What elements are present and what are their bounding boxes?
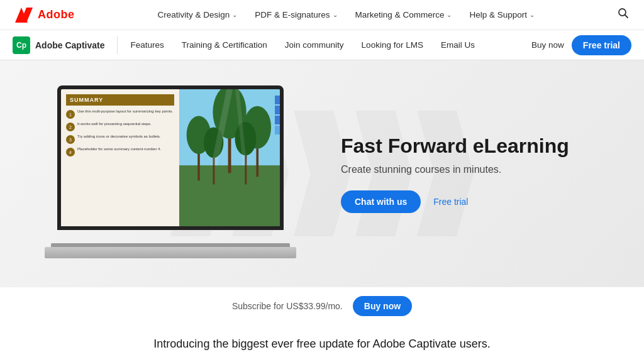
screen-item-1: 1 Use this multi-purpose layout for summ… [66,109,174,119]
chevron-down-icon: ⌄ [333,11,338,18]
laptop-screen: SUMMARY 1 Use this multi-purpose layout … [57,85,284,230]
chat-with-us-button[interactable]: Chat with us [341,190,421,213]
hero-section: SUMMARY 1 Use this multi-purpose layout … [0,60,644,287]
sec-nav-link-community[interactable]: Join community [277,30,352,60]
screen-sidebar-tabs [275,96,280,134]
secondary-navigation: Cp Adobe Captivate Features Training & C… [0,30,644,60]
sec-nav-right: Buy now Free trial [531,35,631,55]
nav-item-creativity[interactable]: Creativity & Design ⌄ [158,10,238,19]
screen-item-3: 3 Try adding icons or decorative symbols… [66,134,174,144]
laptop-base [45,247,296,258]
nav-link-marketing[interactable]: Marketing & Commerce ⌄ [355,10,452,19]
screen-left-panel: SUMMARY 1 Use this multi-purpose layout … [61,89,179,226]
hero-cta: Chat with us Free trial [341,190,606,213]
adobe-logo-icon [15,8,33,23]
hero-title: Fast Forward eLearning [341,134,606,158]
sec-nav-links: Features Training & Certification Join c… [123,30,531,60]
intro-text: Introducing the biggest ever free update… [0,325,644,356]
hero-text-area: Fast Forward eLearning Create stunning c… [303,134,644,213]
sec-nav-link-email[interactable]: Email Us [433,30,482,60]
screen-summary-title: SUMMARY [66,94,174,106]
top-navigation: Adobe Creativity & Design ⌄ PDF & E-sign… [0,0,644,30]
buy-now-link[interactable]: Buy now [531,40,564,50]
svg-line-3 [625,15,628,18]
sec-nav-item-features[interactable]: Features [123,30,171,60]
sec-nav-item-training[interactable]: Training & Certification [174,30,275,60]
nav-item-marketing[interactable]: Marketing & Commerce ⌄ [355,10,452,19]
product-brand: Cp Adobe Captivate [13,36,118,54]
nav-link-help[interactable]: Help & Support ⌄ [469,10,535,19]
product-name: Adobe Captivate [35,40,104,50]
screen-item-4: 4 Placeholder for some summary content n… [66,147,174,156]
chevron-down-icon: ⌄ [530,11,535,18]
sec-nav-item-lms[interactable]: Looking for LMS [354,30,431,60]
subscribe-text: Subscribe for US$33.99/mo. [232,301,343,311]
captivate-product-icon: Cp [13,36,30,54]
sec-nav-link-lms[interactable]: Looking for LMS [354,30,431,60]
adobe-wordmark: Adobe [38,8,75,21]
screen-forest-bg [179,89,280,226]
free-trial-button[interactable]: Free trial [572,35,631,55]
svg-rect-5 [179,165,280,226]
sec-nav-item-community[interactable]: Join community [277,30,352,60]
svg-point-15 [235,122,256,155]
sec-nav-link-features[interactable]: Features [123,30,171,60]
subscribe-bar: Subscribe for US$33.99/mo. Buy now [0,287,644,325]
logo-area[interactable]: Adobe [15,8,75,23]
top-nav-links: Creativity & Design ⌄ PDF & E-signatures… [158,10,535,19]
search-icon[interactable] [618,8,629,22]
laptop-illustration: SUMMARY 1 Use this multi-purpose layout … [45,79,296,268]
chevron-down-icon: ⌄ [447,11,452,18]
hero-free-trial-link[interactable]: Free trial [433,197,468,207]
hero-subtitle: Create stunning courses in minutes. [341,164,606,175]
nav-link-pdf[interactable]: PDF & E-signatures ⌄ [255,10,337,19]
hero-laptop-area: SUMMARY 1 Use this multi-purpose layout … [0,79,303,268]
nav-item-pdf[interactable]: PDF & E-signatures ⌄ [255,10,337,19]
subscribe-buy-now-button[interactable]: Buy now [353,296,412,316]
sec-nav-link-training[interactable]: Training & Certification [174,30,275,60]
screen-item-2: 2 It works well for presenting sequentia… [66,122,174,131]
sec-nav-item-email[interactable]: Email Us [433,30,482,60]
nav-link-creativity[interactable]: Creativity & Design ⌄ [158,10,238,19]
nav-item-help[interactable]: Help & Support ⌄ [469,10,535,19]
screen-right-panel [179,89,280,226]
chevron-down-icon: ⌄ [232,11,237,18]
